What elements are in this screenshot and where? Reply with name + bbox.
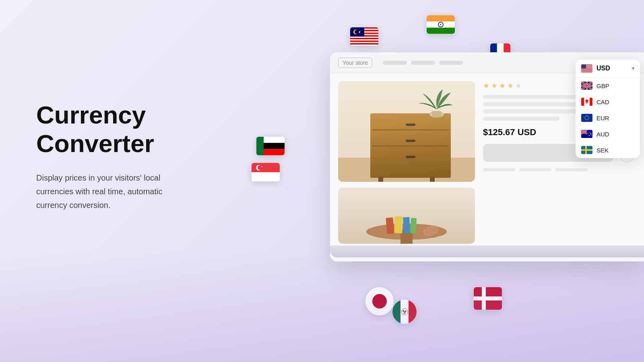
- flag-icon-sek: [581, 146, 592, 154]
- page-title: Currency Converter: [36, 101, 229, 158]
- svg-point-109: [585, 119, 586, 119]
- svg-point-124: [590, 134, 592, 135]
- flag-icon-usd: [581, 64, 592, 72]
- svg-rect-12: [350, 41, 378, 42]
- currency-item-cad[interactable]: CAD: [576, 94, 640, 110]
- flag-mexico: 🦅: [392, 300, 417, 324]
- svg-rect-42: [409, 300, 417, 324]
- currency-label-sek: SEK: [597, 147, 609, 154]
- svg-rect-97: [586, 102, 587, 103]
- meta-skeleton-3: [555, 168, 588, 171]
- product-image-1: [338, 81, 475, 182]
- svg-rect-80: [581, 70, 592, 71]
- svg-rect-122: [581, 132, 587, 132]
- nav-pills: [383, 61, 463, 65]
- svg-point-106: [588, 119, 588, 120]
- svg-rect-81: [581, 71, 592, 72]
- svg-rect-77: [581, 69, 592, 70]
- meta-skeleton-2: [519, 168, 551, 171]
- svg-rect-79: [581, 70, 592, 71]
- svg-rect-13: [350, 42, 378, 43]
- svg-rect-60: [432, 111, 442, 117]
- flag-india: [427, 15, 455, 34]
- svg-rect-55: [406, 140, 415, 142]
- flag-icon-eur: [581, 114, 592, 122]
- svg-rect-29: [256, 137, 264, 155]
- svg-point-33: [258, 165, 262, 170]
- nav-pill-2: [411, 61, 435, 65]
- currency-code-usd: USD: [597, 65, 610, 72]
- dropdown-arrow-icon: ▾: [632, 66, 634, 71]
- bg-overlay: [0, 249, 644, 362]
- svg-rect-47: [474, 296, 502, 300]
- svg-rect-20: [427, 15, 455, 21]
- flag-japan: [365, 287, 394, 315]
- svg-rect-31: [252, 172, 280, 181]
- svg-rect-83: [581, 64, 586, 69]
- flag-malaysia: [350, 27, 378, 46]
- svg-rect-92: [581, 85, 592, 86]
- svg-rect-95: [590, 98, 592, 106]
- svg-rect-82: [581, 72, 592, 72]
- currency-selector[interactable]: USD ▾ GBP: [576, 60, 640, 158]
- svg-point-103: [588, 117, 589, 117]
- star-1: ★: [483, 81, 489, 90]
- star-2: ★: [491, 81, 497, 90]
- flag-icon-cad: [581, 98, 592, 106]
- svg-rect-41: [392, 300, 400, 324]
- svg-rect-14: [350, 43, 378, 44]
- currency-label-gbp: GBP: [597, 82, 609, 89]
- svg-rect-30: [252, 163, 280, 172]
- svg-rect-56: [406, 156, 415, 158]
- product-desc-skeleton-3: [483, 117, 559, 121]
- svg-rect-53: [372, 146, 449, 146]
- svg-point-112: [586, 116, 586, 117]
- currency-item-gbp[interactable]: GBP: [576, 78, 640, 94]
- svg-rect-28: [264, 149, 285, 155]
- svg-rect-27: [264, 143, 285, 149]
- product-meta-row: [483, 168, 636, 175]
- svg-rect-64: [386, 217, 394, 234]
- star-4: ★: [507, 81, 514, 90]
- currency-label-aud: AUD: [597, 131, 609, 138]
- laptop-base: [330, 245, 644, 257]
- svg-point-127: [591, 135, 592, 136]
- flag-singapore: [252, 163, 280, 181]
- svg-point-108: [586, 119, 586, 120]
- currency-item-eur[interactable]: EUR: [576, 110, 640, 126]
- flag-icon-aud: [581, 130, 592, 138]
- product-image-col: [338, 81, 475, 253]
- flag-denmark: [474, 287, 502, 310]
- svg-rect-9: [350, 37, 378, 38]
- meta-skeleton-1: [483, 168, 515, 171]
- currency-selected-usd[interactable]: USD ▾: [576, 60, 640, 78]
- svg-rect-54: [406, 123, 415, 126]
- svg-rect-94: [581, 98, 584, 106]
- star-3: ★: [499, 81, 506, 90]
- svg-rect-10: [350, 38, 378, 39]
- currency-item-sek[interactable]: SEK: [576, 142, 640, 158]
- svg-point-107: [586, 119, 587, 120]
- svg-point-104: [588, 117, 589, 118]
- svg-rect-66: [403, 217, 410, 234]
- svg-point-102: [588, 116, 588, 117]
- svg-rect-130: [581, 149, 592, 151]
- svg-rect-26: [264, 137, 285, 143]
- currency-item-aud[interactable]: AUD: [576, 126, 640, 142]
- store-name: Your store: [343, 60, 368, 66]
- svg-rect-15: [350, 45, 378, 46]
- svg-point-111: [585, 117, 586, 117]
- hero-text-section: Currency Converter Display prices in you…: [36, 101, 229, 212]
- svg-rect-67: [410, 218, 417, 234]
- svg-rect-65: [394, 216, 402, 234]
- svg-rect-11: [350, 39, 378, 41]
- store-logo: Your store: [338, 58, 372, 68]
- currency-label-cad: CAD: [597, 99, 609, 105]
- svg-point-24: [440, 24, 442, 25]
- svg-point-101: [586, 115, 587, 116]
- svg-point-125: [590, 132, 590, 133]
- currency-label-eur: EUR: [597, 115, 609, 121]
- product-image-2: [338, 187, 475, 244]
- svg-rect-58: [430, 177, 435, 182]
- svg-point-126: [588, 133, 588, 134]
